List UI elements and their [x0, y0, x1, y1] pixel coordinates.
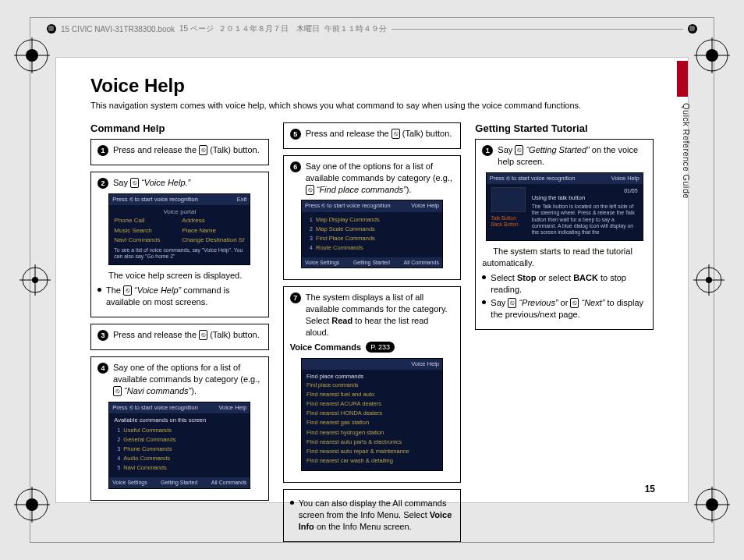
talk-icon: ⎋	[199, 145, 207, 155]
nav-screen-thumb-navi-categories: Press ⎋ to start voice recognitionVoice …	[301, 200, 443, 268]
step-box-tutorial: 1 Say ⎋ “Getting Started” on the voice h…	[475, 139, 654, 330]
column-3: Getting Started Tutorial 1 Say ⎋ “Gettin…	[475, 122, 654, 548]
step-badge: 3	[97, 330, 108, 341]
section-label: Quick Reference Guide	[682, 103, 691, 199]
step-text: Say ⎋ “Getting Started” on the voice hel…	[498, 144, 647, 168]
column-1: Command Help 1 Press and release the ⎋ (…	[90, 122, 269, 548]
talk-icon: ⎋	[508, 298, 516, 308]
registration-mark-icon	[17, 262, 53, 298]
bullet-icon	[482, 300, 486, 304]
nav-screen-thumb-find-place: Voice Help Find place commands Find plac…	[301, 358, 443, 471]
header-ornament-icon	[688, 24, 697, 34]
caption: The system starts to read the tutorial a…	[482, 246, 647, 269]
page: 15 CIVIC NAVI-31TR38300.book 15 ページ ２０１４…	[0, 0, 744, 560]
nav-screen-thumb-command-categories: Press ⎋ to start voice recognitionVoice …	[108, 402, 250, 489]
caption: The voice help screen is displayed.	[97, 270, 262, 282]
step-text: The system displays a list of all availa…	[306, 292, 455, 338]
registration-mark-icon	[694, 487, 730, 523]
step-box-5: 5 Press and release the ⎋ (Talk) button.	[283, 122, 462, 149]
step-badge: 5	[290, 129, 301, 140]
bullet-icon	[290, 501, 294, 505]
subheading-command-help: Command Help	[90, 122, 269, 134]
page-title: Voice Help	[90, 75, 654, 97]
step-box-6: 6 Say one of the options for a list of a…	[283, 155, 462, 281]
page-token: 15 ページ	[179, 23, 214, 34]
page-number: 15	[645, 484, 655, 494]
step-badge: 4	[97, 363, 108, 374]
talk-icon: ⎋	[515, 145, 523, 155]
columns: Command Help 1 Press and release the ⎋ (…	[90, 122, 654, 548]
registration-mark-icon	[691, 262, 727, 298]
paper: Quick Reference Guide Voice Help This na…	[56, 58, 688, 502]
talk-icon: ⎋	[391, 129, 400, 139]
column-2: 5 Press and release the ⎋ (Talk) button.…	[283, 122, 462, 548]
step-box-1: 1 Press and release the ⎋ (Talk) button.	[90, 139, 269, 165]
step-text: Press and release the ⎋ (Talk) button.	[113, 144, 262, 156]
talk-icon: ⎋	[123, 285, 132, 296]
step-badge: 6	[290, 161, 301, 172]
note-box-all-commands: You can also display the All commands sc…	[283, 489, 462, 542]
step-badge: 2	[97, 178, 108, 189]
talk-icon: ⎋	[113, 386, 122, 396]
bullet-text: You can also display the All commands sc…	[299, 498, 455, 533]
intro-text: This navigation system comes with voice …	[90, 100, 590, 112]
step-text: Press and release the ⎋ (Talk) button.	[113, 329, 262, 341]
subheading-getting-started: Getting Started Tutorial	[475, 122, 654, 134]
step-text: Say ⎋ “Voice Help.”	[113, 177, 262, 189]
talk-icon: ⎋	[199, 330, 207, 340]
book-ref: 15 CIVIC NAVI-31TR38300.book	[61, 25, 175, 34]
bullet-text: Say ⎋ “Previous” or ⎋ “Next” to display …	[491, 297, 647, 321]
step-badge: 7	[290, 292, 301, 303]
section-tab	[677, 61, 688, 97]
bullet-text: Select Stop or select BACK to stop readi…	[491, 272, 647, 296]
talk-icon: ⎋	[570, 298, 579, 308]
page-ref-pill: P. 233	[366, 342, 395, 353]
print-date: ２０１４年８月７日 木曜日	[218, 23, 320, 34]
nav-screen-thumb-voice-portal: Press ⎋ to start voice recognitionExit V…	[108, 193, 250, 266]
registration-mark-icon	[14, 37, 50, 73]
nav-screen-thumb-tutorial: Press ⎋ to start voice recognitionVoice …	[486, 172, 643, 241]
step-box-7: 7 The system displays a list of all avai…	[283, 286, 462, 483]
header-ornament-icon	[47, 24, 56, 34]
registration-mark-icon	[694, 37, 730, 73]
bullet-icon	[482, 275, 486, 279]
step-badge: 1	[482, 145, 493, 156]
print-time: 午前１１時４９分	[324, 23, 387, 34]
bullet-text: The ⎋ “Voice Help” command is available …	[106, 285, 262, 308]
step-badge: 1	[97, 145, 108, 156]
registration-mark-icon	[14, 487, 50, 523]
step-box-3: 3 Press and release the ⎋ (Talk) button.	[90, 324, 269, 350]
step-box-4: 4 Say one of the options for a list of a…	[90, 356, 269, 501]
step-box-2: 2 Say ⎋ “Voice Help.” Press ⎋ to start v…	[90, 172, 269, 317]
step-text: Press and release the ⎋ (Talk) button.	[306, 128, 455, 140]
talk-icon: ⎋	[306, 185, 314, 195]
header-rule	[391, 29, 683, 30]
voice-commands-ref: Voice Commands P. 233	[290, 342, 455, 353]
step-text: Say one of the options for a list of ava…	[306, 161, 455, 196]
bullet-icon	[97, 288, 101, 292]
talk-icon: ⎋	[130, 178, 139, 188]
book-header: 15 CIVIC NAVI-31TR38300.book 15 ページ ２０１４…	[47, 23, 697, 34]
step-text: Say one of the options for a list of ava…	[113, 362, 262, 397]
